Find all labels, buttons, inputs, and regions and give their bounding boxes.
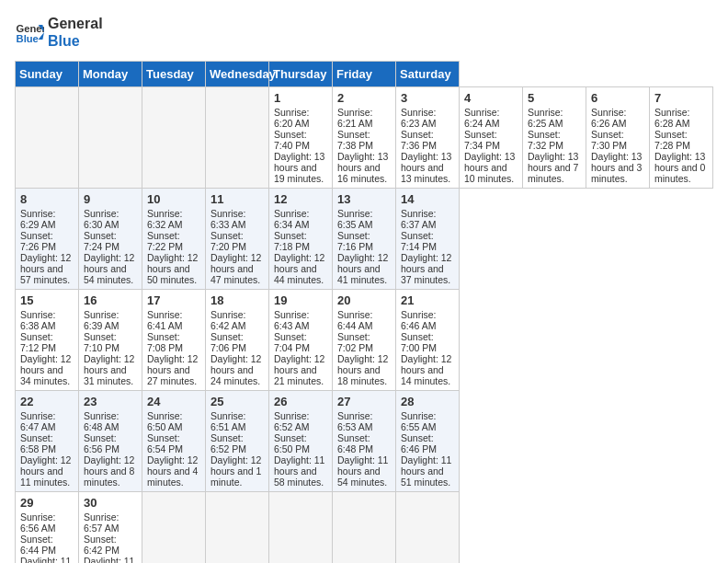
sunset-label: Sunset: 7:00 PM bbox=[401, 331, 437, 353]
sunset-label: Sunset: 7:30 PM bbox=[591, 129, 627, 151]
daylight-label: Daylight: 13 hours and 16 minutes. bbox=[337, 151, 388, 184]
daylight-label: Daylight: 12 hours and 57 minutes. bbox=[20, 252, 71, 285]
sunrise-label: Sunrise: 6:21 AM bbox=[337, 107, 373, 129]
day-number: 21 bbox=[401, 293, 454, 307]
daylight-label: Daylight: 12 hours and 14 minutes. bbox=[401, 353, 451, 386]
sunset-label: Sunset: 7:14 PM bbox=[401, 230, 437, 252]
calendar-day-cell: 1 Sunrise: 6:20 AM Sunset: 7:40 PM Dayli… bbox=[269, 87, 333, 189]
day-number: 16 bbox=[84, 293, 137, 307]
daylight-label: Daylight: 13 hours and 0 minutes. bbox=[654, 151, 705, 184]
calendar-day-cell: 7 Sunrise: 6:28 AM Sunset: 7:28 PM Dayli… bbox=[650, 87, 713, 189]
empty-cell bbox=[333, 492, 396, 563]
sunrise-label: Sunrise: 6:23 AM bbox=[401, 107, 437, 129]
daylight-label: Daylight: 12 hours and 37 minutes. bbox=[401, 252, 451, 285]
sunset-label: Sunset: 6:42 PM bbox=[84, 534, 119, 556]
sunrise-label: Sunrise: 6:51 AM bbox=[210, 410, 246, 432]
header-wednesday: Wednesday bbox=[206, 62, 269, 87]
sunset-label: Sunset: 7:12 PM bbox=[20, 331, 56, 353]
daylight-label: Daylight: 12 hours and 47 minutes. bbox=[210, 252, 261, 285]
calendar-day-cell: 8 Sunrise: 6:29 AM Sunset: 7:26 PM Dayli… bbox=[16, 189, 79, 290]
calendar-day-cell: 25 Sunrise: 6:51 AM Sunset: 6:52 PM Dayl… bbox=[206, 391, 269, 492]
sunrise-label: Sunrise: 6:43 AM bbox=[274, 309, 310, 331]
daylight-label: Daylight: 11 hours and 45 minutes. bbox=[84, 556, 134, 563]
header-monday: Monday bbox=[79, 62, 142, 87]
calendar-week-row: 1 Sunrise: 6:20 AM Sunset: 7:40 PM Dayli… bbox=[16, 87, 713, 189]
empty-cell bbox=[142, 492, 206, 563]
calendar-day-cell: 22 Sunrise: 6:47 AM Sunset: 6:58 PM Dayl… bbox=[16, 391, 79, 492]
day-number: 10 bbox=[147, 192, 200, 206]
sunrise-label: Sunrise: 6:44 AM bbox=[337, 309, 373, 331]
day-number: 3 bbox=[401, 91, 454, 105]
day-number: 27 bbox=[337, 395, 391, 408]
sunset-label: Sunset: 7:36 PM bbox=[401, 129, 437, 151]
sunrise-label: Sunrise: 6:50 AM bbox=[147, 410, 183, 432]
calendar-week-row: 15 Sunrise: 6:38 AM Sunset: 7:12 PM Dayl… bbox=[16, 290, 713, 391]
day-number: 12 bbox=[274, 192, 327, 206]
sunset-label: Sunset: 6:54 PM bbox=[147, 432, 183, 454]
sunset-label: Sunset: 7:40 PM bbox=[274, 129, 310, 151]
calendar-day-cell: 11 Sunrise: 6:33 AM Sunset: 7:20 PM Dayl… bbox=[206, 189, 269, 290]
calendar-day-cell: 28 Sunrise: 6:55 AM Sunset: 6:46 PM Dayl… bbox=[396, 391, 460, 492]
sunset-label: Sunset: 7:20 PM bbox=[210, 230, 246, 252]
calendar-day-cell: 6 Sunrise: 6:26 AM Sunset: 7:30 PM Dayli… bbox=[586, 87, 650, 189]
sunrise-label: Sunrise: 6:24 AM bbox=[464, 107, 500, 129]
day-number: 25 bbox=[210, 395, 264, 408]
sunrise-label: Sunrise: 6:48 AM bbox=[84, 410, 119, 432]
sunrise-label: Sunrise: 6:25 AM bbox=[528, 107, 563, 129]
sunset-label: Sunset: 7:08 PM bbox=[147, 331, 183, 353]
day-number: 9 bbox=[84, 192, 137, 206]
day-number: 4 bbox=[464, 91, 518, 105]
day-number: 17 bbox=[147, 293, 200, 307]
calendar-day-cell: 5 Sunrise: 6:25 AM Sunset: 7:32 PM Dayli… bbox=[523, 87, 586, 189]
sunset-label: Sunset: 7:02 PM bbox=[337, 331, 373, 353]
sunrise-label: Sunrise: 6:32 AM bbox=[147, 208, 183, 230]
sunrise-label: Sunrise: 6:52 AM bbox=[274, 410, 310, 432]
calendar-day-cell: 27 Sunrise: 6:53 AM Sunset: 6:48 PM Dayl… bbox=[333, 391, 396, 492]
empty-cell bbox=[142, 87, 206, 189]
calendar-day-cell: 13 Sunrise: 6:35 AM Sunset: 7:16 PM Dayl… bbox=[333, 189, 396, 290]
sunrise-label: Sunrise: 6:35 AM bbox=[337, 208, 373, 230]
daylight-label: Daylight: 12 hours and 1 minute. bbox=[210, 454, 261, 488]
header-friday: Friday bbox=[333, 62, 396, 87]
empty-cell bbox=[79, 87, 142, 189]
calendar-day-cell: 26 Sunrise: 6:52 AM Sunset: 6:50 PM Dayl… bbox=[269, 391, 333, 492]
header-sunday: Sunday bbox=[16, 62, 79, 87]
day-number: 29 bbox=[20, 496, 74, 510]
daylight-label: Daylight: 11 hours and 54 minutes. bbox=[337, 454, 388, 488]
svg-text:Blue: Blue bbox=[17, 33, 39, 44]
sunrise-label: Sunrise: 6:39 AM bbox=[84, 309, 119, 331]
sunrise-label: Sunrise: 6:33 AM bbox=[210, 208, 246, 230]
sunrise-label: Sunrise: 6:34 AM bbox=[274, 208, 310, 230]
sunset-label: Sunset: 7:06 PM bbox=[210, 331, 246, 353]
header-saturday: Saturday bbox=[396, 62, 460, 87]
sunset-label: Sunset: 7:28 PM bbox=[654, 129, 690, 151]
day-number: 18 bbox=[210, 293, 264, 307]
calendar-day-cell: 29 Sunrise: 6:56 AM Sunset: 6:44 PM Dayl… bbox=[16, 492, 79, 563]
calendar-day-cell: 14 Sunrise: 6:37 AM Sunset: 7:14 PM Dayl… bbox=[396, 189, 460, 290]
day-number: 15 bbox=[20, 293, 74, 307]
daylight-label: Daylight: 12 hours and 41 minutes. bbox=[337, 252, 388, 285]
calendar-day-cell: 15 Sunrise: 6:38 AM Sunset: 7:12 PM Dayl… bbox=[16, 290, 79, 391]
logo: General Blue General Blue bbox=[15, 15, 103, 50]
day-number: 23 bbox=[84, 395, 137, 408]
sunset-label: Sunset: 7:32 PM bbox=[528, 129, 563, 151]
sunrise-label: Sunrise: 6:42 AM bbox=[210, 309, 246, 331]
svg-text:General: General bbox=[17, 23, 44, 34]
sunset-label: Sunset: 6:44 PM bbox=[20, 534, 56, 556]
daylight-label: Daylight: 13 hours and 10 minutes. bbox=[464, 151, 515, 184]
empty-cell bbox=[269, 492, 333, 563]
calendar-day-cell: 19 Sunrise: 6:43 AM Sunset: 7:04 PM Dayl… bbox=[269, 290, 333, 391]
calendar-day-cell: 3 Sunrise: 6:23 AM Sunset: 7:36 PM Dayli… bbox=[396, 87, 460, 189]
daylight-label: Daylight: 12 hours and 50 minutes. bbox=[147, 252, 198, 285]
day-number: 1 bbox=[274, 91, 327, 105]
calendar-week-row: 29 Sunrise: 6:56 AM Sunset: 6:44 PM Dayl… bbox=[16, 492, 713, 563]
sunset-label: Sunset: 6:46 PM bbox=[401, 432, 437, 454]
daylight-label: Daylight: 12 hours and 11 minutes. bbox=[20, 454, 71, 488]
daylight-label: Daylight: 12 hours and 8 minutes. bbox=[84, 454, 134, 488]
calendar-day-cell: 10 Sunrise: 6:32 AM Sunset: 7:22 PM Dayl… bbox=[142, 189, 206, 290]
day-number: 26 bbox=[274, 395, 327, 408]
day-number: 22 bbox=[20, 395, 74, 408]
daylight-label: Daylight: 12 hours and 27 minutes. bbox=[147, 353, 198, 386]
daylight-label: Daylight: 11 hours and 48 minutes. bbox=[20, 556, 71, 563]
daylight-label: Daylight: 11 hours and 51 minutes. bbox=[401, 454, 451, 488]
